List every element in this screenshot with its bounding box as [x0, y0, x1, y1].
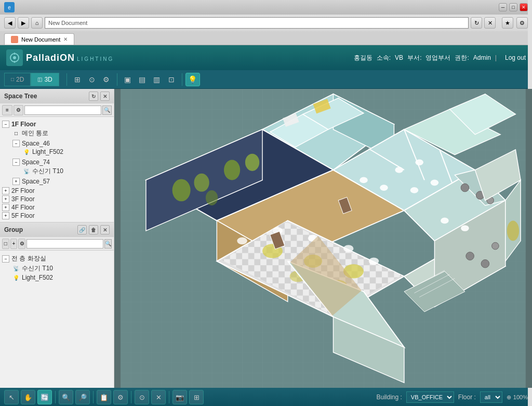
toolbar-circle-icon[interactable]: ⊙	[85, 73, 99, 86]
svg-point-52	[492, 242, 499, 250]
tree-label-space46: Space_46	[22, 140, 50, 147]
tree-row-light-f502-1[interactable]: 💡 Light_F502	[21, 148, 114, 156]
tab-close-button[interactable]: ✕	[63, 36, 68, 42]
forward-button[interactable]: ▶	[18, 17, 29, 29]
tree-row-3f[interactable]: + 3F Floor	[0, 195, 114, 203]
home-button[interactable]: ⌂	[31, 17, 43, 29]
bt-camera-icon[interactable]: 📷	[172, 390, 187, 404]
tree-row-receiver-t10-1[interactable]: 📡 수신기 T10	[21, 166, 114, 176]
svg-point-38	[237, 238, 247, 245]
space-tree-search[interactable]	[24, 106, 101, 115]
refresh-button[interactable]: ↻	[471, 17, 482, 29]
tree-row-1f[interactable]: − 1F Floor	[0, 120, 114, 128]
group-row-receiver-t10[interactable]: 📡 수신기 T10	[10, 264, 114, 273]
toolbar-separator-1	[66, 73, 67, 86]
bt-export-icon[interactable]: ⊞	[189, 390, 204, 404]
tree-row-space46[interactable]: − Space_46	[10, 139, 114, 148]
tree-row-2f[interactable]: + 2F Floor	[0, 187, 114, 195]
tree-children-space74: 📡 수신기 T10	[10, 166, 114, 176]
tree-row-main-corridor[interactable]: □ 메인 통로	[10, 128, 114, 138]
tree-expand-1f[interactable]: −	[2, 121, 9, 128]
tree-expand-space46[interactable]: −	[12, 140, 20, 147]
tree-row-4f[interactable]: + 4F Floor	[0, 203, 114, 212]
bt-zoom-out-icon[interactable]: 🔍	[59, 390, 73, 404]
tree-expand-2f[interactable]: +	[2, 187, 9, 194]
settings-button[interactable]: ⚙	[516, 17, 528, 29]
svg-point-1	[13, 56, 16, 59]
tree-label-main-corridor: 메인 통로	[22, 129, 48, 138]
group-icon-receiver-t10: 📡	[12, 265, 20, 272]
group-icon-1[interactable]: □	[2, 239, 9, 249]
address-bar[interactable]: New Document	[45, 17, 469, 29]
maximize-button[interactable]: □	[509, 3, 517, 11]
group-search-button[interactable]: 🔍	[104, 239, 112, 248]
view-2d-button[interactable]: □ 2D	[4, 73, 31, 86]
svg-point-51	[481, 259, 489, 268]
tree-label-5f: 5F Floor	[11, 212, 35, 219]
group-close-button[interactable]: ✕	[100, 225, 110, 234]
svg-point-45	[461, 184, 469, 192]
toolbar-gear-icon[interactable]: ⚙	[99, 73, 114, 86]
tree-row-space74[interactable]: − Space_74	[10, 158, 114, 166]
toolbar-lighting-icon[interactable]: 💡	[185, 73, 200, 86]
tree-label-receiver-t10-1: 수신기 T10	[32, 167, 63, 176]
space-tree-search-button[interactable]: 🔍	[102, 106, 112, 115]
minimize-button[interactable]: ─	[499, 3, 507, 11]
space-tree-close-button[interactable]: ✕	[100, 91, 110, 101]
group-row-light-f502[interactable]: 💡 Light_F502	[10, 273, 114, 282]
zoom-info: ⊕ 100%	[507, 394, 528, 401]
stop-button[interactable]: ✕	[484, 17, 496, 29]
tree-expand-space57[interactable]: +	[12, 178, 20, 185]
tree-expand-3f[interactable]: +	[2, 195, 9, 203]
app: PalladiONLIGHTING 홍길동 소속: VB 부서: 영업부서 권한…	[0, 45, 532, 406]
toolbar-grid-icon[interactable]: ⊞	[70, 73, 85, 86]
user-name: 홍길동	[354, 54, 373, 62]
group-search[interactable]	[26, 239, 103, 248]
space-tree-title: Space Tree	[4, 93, 37, 100]
bt-crosshair-icon[interactable]: ✕	[151, 390, 166, 404]
back-button[interactable]: ◀	[4, 17, 16, 29]
tree-expand-4f[interactable]: +	[2, 204, 9, 211]
tab-favicon	[11, 36, 18, 43]
group-settings-button[interactable]: ⚙	[18, 239, 25, 249]
bt-zoom-in-icon[interactable]: 🔎	[75, 390, 90, 404]
view-3d-button[interactable]: ◫ 3D	[31, 73, 59, 86]
group-add-button[interactable]: +	[10, 239, 18, 249]
user-role: Admin	[473, 54, 491, 61]
floor-select[interactable]: all 1F 2F 3F 4F 5F	[480, 391, 502, 403]
tree-expand-space74[interactable]: −	[12, 159, 20, 166]
bt-target-icon[interactable]: ⊙	[135, 390, 149, 404]
tree-list-icon[interactable]: ≡	[2, 105, 12, 115]
tree-row-space57[interactable]: + Space_57	[10, 177, 114, 186]
bt-copy-icon[interactable]: 📋	[97, 390, 111, 404]
bt-select-icon[interactable]: ↖	[4, 390, 19, 404]
svg-point-8	[172, 179, 191, 201]
close-button[interactable]: ✕	[520, 3, 528, 11]
tree-expand-5f[interactable]: +	[2, 212, 9, 219]
browser-logo-icon: e	[4, 2, 15, 12]
logout-button[interactable]: Log out	[505, 54, 526, 61]
group-expand-restroom[interactable]: −	[2, 255, 9, 263]
space-tree-refresh-button[interactable]: ↻	[89, 91, 98, 101]
group-row-restroom[interactable]: − 전 층 화장실	[0, 254, 114, 264]
group-delete-button[interactable]: 🗑	[89, 225, 98, 234]
logo: PalladiONLIGHTING	[6, 49, 114, 66]
group-panel: Group 🔗 🗑 ✕ □ + ⚙ 🔍	[0, 222, 114, 388]
toolbar-export-icon[interactable]: ⊡	[164, 73, 179, 86]
toolbar-copy-icon[interactable]: ▥	[150, 73, 164, 86]
favorites-button[interactable]: ★	[502, 17, 513, 29]
toolbar-layer-icon[interactable]: ▤	[135, 73, 150, 86]
bt-pan-icon[interactable]: ✋	[21, 390, 35, 404]
active-tab[interactable]: New Document ✕	[4, 33, 74, 45]
building-select[interactable]: VB_OFFICE VB_HQ VB_R&D	[406, 391, 454, 403]
group-header: Group 🔗 🗑 ✕	[0, 222, 114, 237]
space-tree-section: Space Tree ↻ ✕ ≡ ⚙ 🔍 −	[0, 89, 114, 222]
bt-settings-icon[interactable]: ⚙	[113, 390, 128, 404]
bt-rotate-icon[interactable]: 🔄	[37, 390, 52, 404]
svg-point-11	[245, 154, 259, 171]
toolbar-screen-icon[interactable]: ▣	[121, 73, 135, 86]
3d-view[interactable]	[114, 89, 532, 388]
tree-settings-icon[interactable]: ⚙	[14, 105, 24, 115]
group-link-button[interactable]: 🔗	[77, 225, 87, 234]
tree-row-5f[interactable]: + 5F Floor	[0, 212, 114, 220]
